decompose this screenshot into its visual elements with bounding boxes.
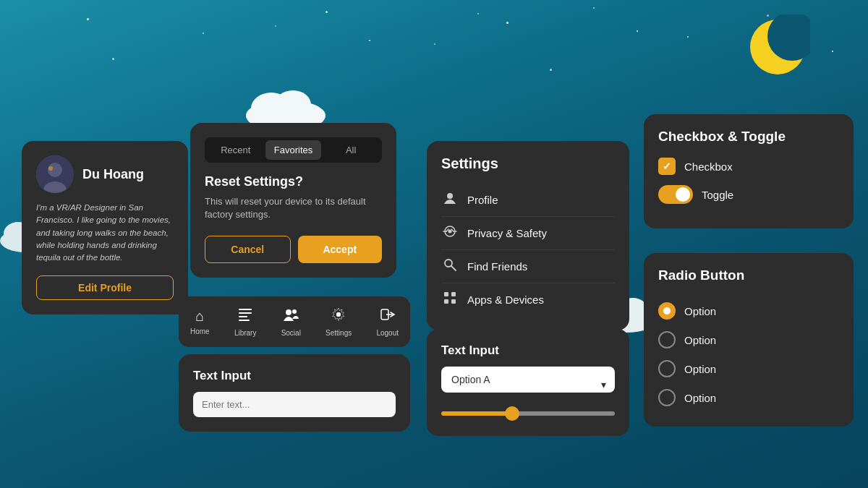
profile-bio: I'm a VR/AR Designer in San Francisco. I… [36,202,174,264]
tab-recent[interactable]: Recent [208,140,264,160]
svg-rect-31 [451,292,456,296]
svg-point-25 [447,193,453,199]
svg-point-0 [750,20,805,74]
checkbox-toggle-title: Checkbox & Toggle [658,129,839,145]
logout-icon [380,307,396,326]
svg-rect-30 [444,292,448,296]
checkbox-input[interactable]: ✓ [658,158,676,175]
settings-card: Settings Profile Privacy & Safety [427,141,629,330]
toggle-label: Toggle [702,189,733,201]
profile-card: Du Hoang I'm a VR/AR Designer in San Fra… [22,141,188,314]
settings-title: Settings [441,155,615,172]
home-icon: ⌂ [195,308,204,325]
nav-social[interactable]: Social [281,307,301,337]
nav-home[interactable]: ⌂ Home [190,308,210,335]
svg-point-20 [292,309,297,314]
moon-decoration [745,14,810,80]
apps-icon [441,291,459,309]
nav-logout[interactable]: Logout [376,307,399,337]
radio-title: Radio Button [658,267,839,283]
edit-profile-button[interactable]: Edit Profile [36,275,174,300]
avatar [36,155,74,193]
reset-description: This will reset your device to its defau… [205,195,382,221]
option-select[interactable]: Option A Option B Option C [441,367,615,393]
settings-item-privacy[interactable]: Privacy & Safety [441,217,615,250]
library-icon [237,307,253,326]
svg-rect-33 [451,299,456,304]
reset-buttons: Cancel Accept [205,236,382,263]
radio-row-1[interactable]: Option [658,325,839,354]
svg-rect-18 [239,320,250,321]
svg-point-4 [275,90,311,119]
nav-bar: ⌂ Home Library Social [179,296,410,347]
radio-label-3: Option [684,392,716,404]
settings-profile-label: Profile [467,194,498,206]
nav-library[interactable]: Library [234,307,257,337]
radio-card: Radio Button Option Option Option Option [644,253,854,427]
settings-apps-label: Apps & Devices [467,294,544,306]
reset-title: Reset Settings? [205,174,382,189]
check-icon: ✓ [663,160,671,172]
nav-home-label: Home [190,328,210,335]
cancel-button[interactable]: Cancel [205,236,291,263]
settings-item-apps[interactable]: Apps & Devices [441,283,615,316]
checkbox-toggle-card: Checkbox & Toggle ✓ Checkbox Toggle [644,114,854,228]
radio-button-3[interactable] [658,389,676,406]
toggle-input[interactable] [658,185,693,204]
text-input-small-title: Text Input [193,369,396,383]
svg-line-29 [451,266,456,270]
tab-favorites[interactable]: Favorites [265,140,322,160]
toggle-row: Toggle [658,185,839,204]
social-icon [283,307,299,326]
svg-point-3 [251,93,292,124]
search-icon [441,257,459,275]
dropdown-wrapper: Option A Option B Option C ▾ [441,367,615,403]
profile-icon [441,191,459,209]
radio-row-0[interactable]: Option [658,296,839,325]
settings-privacy-label: Privacy & Safety [467,227,547,239]
nav-library-label: Library [234,329,257,337]
accept-button[interactable]: Accept [298,236,383,263]
radio-button-2[interactable] [658,360,676,377]
svg-rect-32 [444,299,448,304]
dropdown-card: Text Input Option A Option B Option C ▾ [427,329,629,436]
svg-rect-17 [239,316,247,317]
radio-label-2: Option [684,363,716,375]
svg-point-19 [286,309,292,315]
svg-point-1 [767,14,810,61]
radio-label-1: Option [684,334,716,346]
slider-input[interactable] [441,411,615,416]
radio-button-1[interactable] [658,331,676,348]
checkbox-row: ✓ Checkbox [658,158,839,175]
radio-inner-0 [663,307,671,314]
settings-friends-label: Find Friends [467,260,527,273]
nav-settings-label: Settings [326,329,352,337]
profile-header: Du Hoang [36,155,174,193]
svg-point-27 [448,230,452,234]
tab-all[interactable]: All [323,140,379,160]
privacy-icon [441,224,459,242]
checkbox-label: Checkbox [684,160,733,173]
text-input-small-card: Text Input [179,354,410,432]
radio-label-0: Option [684,305,716,317]
toggle-knob [676,187,690,202]
nav-social-label: Social [281,329,301,337]
slider-container [441,403,615,421]
settings-item-profile[interactable]: Profile [441,184,615,217]
svg-point-14 [48,166,53,171]
svg-rect-15 [239,309,252,310]
svg-rect-16 [239,312,252,314]
svg-point-22 [336,312,341,317]
settings-nav-icon [331,307,346,326]
radio-button-0[interactable] [658,302,676,320]
text-input-small-field[interactable] [193,392,396,417]
radio-row-3[interactable]: Option [658,383,839,412]
nav-settings[interactable]: Settings [326,307,352,337]
profile-name: Du Hoang [82,167,144,182]
tabs-bar: Recent Favorites All [205,137,382,163]
radio-row-2[interactable]: Option [658,354,839,383]
nav-logout-label: Logout [376,329,399,337]
settings-item-friends[interactable]: Find Friends [441,250,615,283]
dropdown-title: Text Input [441,343,615,358]
reset-settings-card: Recent Favorites All Reset Settings? Thi… [190,123,396,278]
